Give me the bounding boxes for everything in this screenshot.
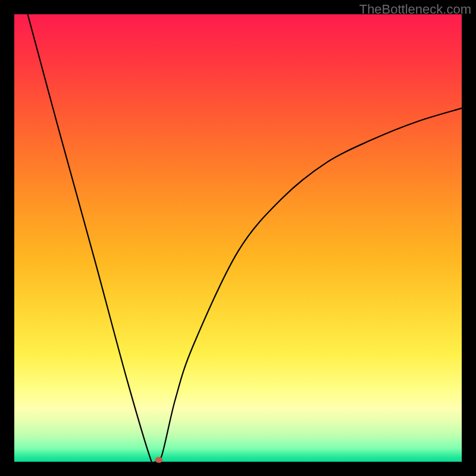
- curve-svg: [14, 14, 462, 462]
- marker-dot: [155, 457, 162, 463]
- chart-frame: TheBottleneck.com: [0, 0, 476, 476]
- curve-path: [28, 14, 462, 462]
- plot-area: [14, 14, 462, 462]
